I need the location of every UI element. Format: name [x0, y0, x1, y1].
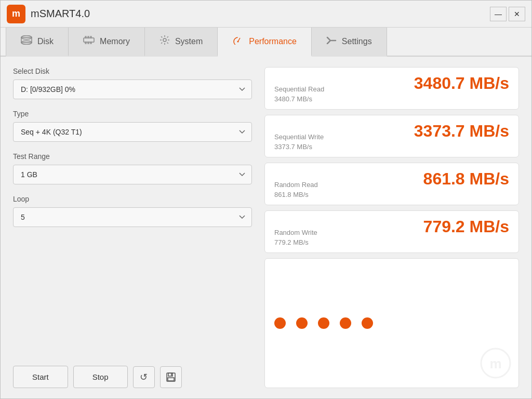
progress-dot-1 [274, 317, 286, 329]
logo-text: m [12, 8, 20, 19]
loop-dropdown[interactable]: 5 [13, 207, 252, 227]
svg-rect-3 [84, 38, 94, 42]
svg-rect-8 [88, 36, 89, 38]
settings-icon [326, 36, 337, 47]
metric-rand-write-row: Random Write 779.2 MB/s [274, 217, 509, 236]
rand-write-value-small: 779.2 MB/s [274, 238, 509, 246]
rand-write-label: Random Write [274, 229, 317, 236]
bottom-actions: Start Stop ↺ [13, 355, 252, 388]
seq-write-label: Sequential Write [274, 133, 324, 141]
test-range-label: Test Range [13, 152, 252, 161]
app-logo: m [7, 5, 25, 23]
tab-system-label: System [175, 37, 203, 46]
metric-rand-read-row: Random Read 861.8 MB/s [274, 169, 509, 189]
refresh-icon: ↺ [140, 371, 148, 383]
title-bar: m mSMART4.0 — ✕ [1, 1, 531, 28]
tab-disk-label: Disk [37, 37, 54, 46]
tab-system[interactable]: System [145, 28, 218, 57]
test-range-group: Test Range 1 GB [13, 152, 252, 184]
tab-memory[interactable]: Memory [69, 28, 145, 57]
tab-settings-label: Settings [342, 37, 372, 46]
seq-read-value-large: 3480.7 MB/s [414, 74, 509, 93]
rand-read-value-small: 861.8 MB/s [274, 191, 509, 198]
type-dropdown[interactable]: Seq + 4K (Q32 T1) [13, 122, 252, 142]
seq-read-value-small: 3480.7 MB/s [274, 95, 509, 103]
metric-seq-read-row: Sequential Read 3480.7 MB/s [274, 74, 509, 93]
save-icon [166, 373, 176, 382]
rand-read-value-large: 861.8 MB/s [423, 169, 509, 189]
select-disk-label: Select Disk [13, 67, 252, 75]
seq-write-value-large: 3373.7 MB/s [414, 122, 509, 141]
select-disk-group: Select Disk D: [0/932GB] 0% [13, 67, 252, 99]
tab-disk[interactable]: Disk [6, 28, 69, 57]
progress-dot-5 [362, 317, 373, 329]
disk-icon [21, 35, 32, 47]
test-range-dropdown[interactable]: 1 GB [13, 165, 252, 184]
select-disk-dropdown[interactable]: D: [0/932GB] 0% [13, 79, 252, 99]
memory-icon [83, 35, 95, 47]
right-panel: Sequential Read 3480.7 MB/s 3480.7 MB/s … [264, 67, 519, 388]
close-button[interactable]: ✕ [509, 7, 525, 21]
loop-group: Loop 5 [13, 195, 252, 227]
minimize-button[interactable]: — [490, 7, 507, 21]
system-icon [159, 35, 170, 48]
tab-bar: Disk Memory [1, 28, 531, 57]
svg-rect-7 [85, 36, 86, 38]
rand-read-label: Random Read [274, 181, 318, 189]
seq-read-label: Sequential Read [274, 85, 324, 93]
svg-rect-9 [90, 36, 91, 38]
progress-dot-2 [296, 317, 308, 329]
metric-rand-write: Random Write 779.2 MB/s 779.2 MB/s [264, 210, 519, 253]
start-button[interactable]: Start [13, 366, 68, 388]
progress-dots-card: m [264, 258, 519, 388]
svg-rect-15 [168, 373, 172, 376]
metric-seq-write: Sequential Write 3373.7 MB/s 3373.7 MB/s [264, 115, 519, 157]
metric-rand-read: Random Read 861.8 MB/s 861.8 MB/s [264, 163, 519, 205]
progress-dot-4 [340, 317, 351, 329]
loop-label: Loop [13, 195, 252, 203]
tab-performance[interactable]: Performance [218, 28, 312, 57]
svg-rect-5 [88, 42, 89, 44]
svg-point-13 [237, 41, 239, 43]
tab-memory-label: Memory [100, 37, 130, 46]
svg-text:m: m [489, 356, 501, 371]
svg-point-10 [163, 38, 166, 42]
window-controls: — ✕ [490, 7, 525, 21]
metric-seq-write-row: Sequential Write 3373.7 MB/s [274, 122, 509, 141]
tab-performance-label: Performance [249, 37, 297, 46]
svg-rect-4 [85, 42, 86, 44]
svg-rect-16 [168, 378, 174, 381]
seq-write-value-small: 3373.7 MB/s [274, 143, 509, 151]
left-panel: Select Disk D: [0/932GB] 0% Type Seq + 4… [13, 67, 252, 388]
stop-button[interactable]: Stop [73, 366, 128, 388]
performance-icon [232, 35, 244, 47]
save-button[interactable] [160, 366, 182, 388]
progress-dot-3 [318, 317, 329, 329]
rand-write-value-large: 779.2 MB/s [423, 217, 509, 236]
type-label: Type [13, 110, 252, 118]
watermark: m [480, 348, 511, 383]
refresh-button[interactable]: ↺ [133, 366, 155, 388]
metric-seq-read: Sequential Read 3480.7 MB/s 3480.7 MB/s [264, 67, 519, 110]
type-group: Type Seq + 4K (Q32 T1) [13, 110, 252, 142]
svg-rect-6 [90, 42, 91, 44]
tab-settings[interactable]: Settings [312, 28, 387, 57]
svg-rect-1 [21, 37, 32, 43]
app-title: mSMART4.0 [31, 8, 490, 20]
app-window: m mSMART4.0 — ✕ Disk [0, 0, 532, 399]
main-content: Select Disk D: [0/932GB] 0% Type Seq + 4… [1, 57, 531, 398]
